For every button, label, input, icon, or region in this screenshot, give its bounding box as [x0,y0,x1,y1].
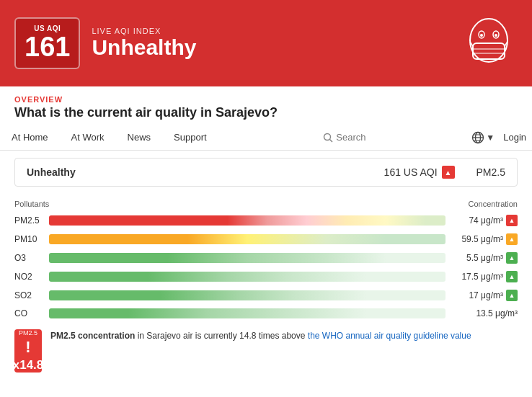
concentration-value: 17 μg/m³ ▲ [453,290,518,301]
svg-line-11 [330,139,333,142]
table-row: PM2.5 74 μg/m³ ▲ [14,211,518,230]
pollutant-bar [49,290,445,300]
alert-text: PM2.5 concentration in Sarajevo air is c… [50,329,471,342]
alert-text-bold: PM2.5 concentration [50,331,135,341]
svg-point-10 [324,133,331,140]
bar-fill [49,272,445,282]
bar-fill [49,234,445,244]
pollutant-name: NO2 [14,272,42,282]
aqi-badge: US AQI 161 [14,17,80,70]
aqi-info: LIVE AQI INDEX Unhealthy [92,27,196,60]
pollutants-header: Pollutants Concentration [14,194,518,211]
aqi-arrow-up-icon: ▲ [442,166,455,179]
svg-rect-5 [473,43,505,59]
overview-title: What is the current air quality in Saraj… [14,105,518,120]
up-arrow-icon: ▲ [506,233,518,245]
concentration-value: 5.5 μg/m³ ▲ [453,252,518,264]
concentration-value: 13.5 μg/m³ [453,308,518,318]
up-arrow-icon: ▲ [506,252,518,264]
pollutant-bar [49,215,445,226]
summary-aqi-value: 161 US AQI [384,166,438,178]
alert-badge: PM2.5 ! x14.8 [14,329,42,373]
login-button[interactable]: Login [503,132,526,143]
pollutant-name: O3 [14,253,42,263]
nav-right: ▼ Login [466,128,532,147]
concentration-value: 74 μg/m³ ▲ [453,215,518,226]
pollutant-bar [49,253,445,263]
aqi-value: 161 [25,32,70,63]
table-row: NO2 17.5 μg/m³ ▲ [14,267,518,286]
bar-fill [49,308,445,318]
chevron-down-icon: ▼ [486,133,495,143]
globe-icon [471,131,484,144]
svg-point-0 [470,19,507,62]
up-arrow-icon: ▲ [506,271,518,282]
pollutant-bar [49,234,445,244]
alert-exclamation: ! [25,338,30,357]
concentration-col-header: Concentration [469,200,518,208]
alert-text-normal: in Sarajevo air is currently 14.8 times … [135,331,307,341]
aqi-left: US AQI 161 LIVE AQI INDEX Unhealthy [14,17,196,70]
summary-row: Unhealthy 161 US AQI ▲ PM2.5 [14,158,518,187]
svg-point-4 [495,34,497,37]
nav-item-at-home[interactable]: At Home [0,125,60,150]
pollutant-bar [49,272,445,282]
alert-pm-label: PM2.5 [19,329,37,336]
aqi-status: Unhealthy [92,35,196,60]
bar-fill [49,215,445,226]
concentration-value: 17.5 μg/m³ ▲ [453,271,518,282]
nav-bar: At Home At Work News Support ▼ Login [0,125,532,151]
header-banner: US AQI 161 LIVE AQI INDEX Unhealthy [0,0,532,86]
svg-point-3 [480,34,483,37]
search-input[interactable] [336,132,457,143]
summary-aqi: 161 US AQI ▲ [384,166,455,179]
language-selector[interactable]: ▼ [466,128,500,147]
overview-section: OVERVIEW What is the current air quality… [0,86,532,125]
nav-item-news[interactable]: News [116,125,163,150]
alert-link[interactable]: the WHO annual air quality guideline val… [308,331,471,341]
pollutant-name: SO2 [14,290,42,300]
bar-fill [49,253,445,263]
summary-pollutant: PM2.5 [476,166,505,178]
overview-label: OVERVIEW [14,95,518,104]
table-row: SO2 17 μg/m³ ▲ [14,286,518,305]
nav-item-support[interactable]: Support [162,125,218,150]
table-row: CO 13.5 μg/m³ [14,305,518,322]
mask-face-icon [460,14,518,72]
concentration-value: 59.5 μg/m³ ▲ [453,233,518,245]
up-arrow-icon: ▲ [506,215,518,226]
nav-item-at-work[interactable]: At Work [60,125,116,150]
pollutant-name: CO [14,308,42,318]
live-label: LIVE AQI INDEX [92,27,196,35]
pollutants-col-header: Pollutants [14,200,49,208]
pollutant-name: PM2.5 [14,215,42,226]
up-arrow-icon: ▲ [506,290,518,301]
bar-fill [49,290,445,300]
pollutant-name: PM10 [14,234,42,244]
table-row: O3 5.5 μg/m³ ▲ [14,249,518,267]
table-row: PM10 59.5 μg/m³ ▲ [14,230,518,249]
alert-multiplier: x14.8 [13,358,44,373]
search-icon [323,133,333,143]
pollutant-bar [49,308,445,318]
summary-status: Unhealthy [27,166,363,178]
bottom-alert: PM2.5 ! x14.8 PM2.5 concentration in Sar… [14,329,518,373]
pollutants-section: Pollutants Concentration PM2.5 74 μg/m³ … [0,194,532,322]
nav-search[interactable] [314,128,466,147]
aqi-label: US AQI [25,24,70,32]
